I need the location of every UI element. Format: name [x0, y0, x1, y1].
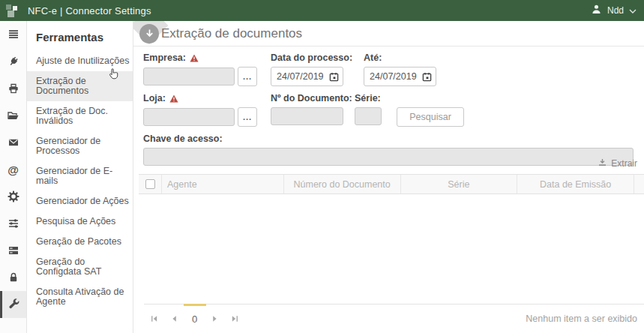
sidebar-item-geracao-configdata-sat[interactable]: Geração do Configdata SAT [27, 252, 133, 282]
prev-page-button[interactable] [164, 304, 184, 333]
num-documento-label: Nº do Documento: [271, 93, 343, 104]
empresa-label: Empresa: [143, 52, 257, 63]
extrair-button[interactable]: Extrair [598, 158, 637, 170]
column-header-serie[interactable]: Série [400, 175, 517, 194]
sidebar: Ferramentas Ajuste de Inutilizações Extr… [27, 21, 133, 333]
empresa-group: Empresa: ... [143, 52, 257, 86]
empresa-browse-button[interactable]: ... [238, 67, 257, 86]
grid-toolbar: Extrair [133, 153, 644, 174]
app-logo-icon [6, 4, 20, 18]
pager-status-text: Nenhum item a ser exibido [526, 314, 644, 324]
loja-input[interactable] [143, 108, 235, 126]
sliders-icon[interactable] [0, 210, 26, 237]
serie-input[interactable] [355, 107, 382, 125]
ate-input[interactable] [370, 71, 419, 82]
sidebar-title: Ferramentas [27, 21, 133, 51]
loja-browse-button[interactable]: ... [238, 107, 257, 127]
plug-icon[interactable] [0, 48, 26, 75]
chave-acesso-label: Chave de acesso: [143, 134, 634, 144]
calendar-icon[interactable] [329, 72, 339, 82]
warning-icon [190, 54, 199, 62]
data-processo-input[interactable] [277, 71, 326, 82]
column-header-agente[interactable]: Agente [161, 175, 283, 194]
num-documento-input[interactable] [271, 107, 343, 125]
num-documento-group: Nº do Documento: [271, 93, 343, 125]
warning-icon [169, 94, 178, 103]
user-name: Ndd [607, 5, 624, 16]
chevron-down-icon [629, 5, 637, 16]
grid-header-row: Agente Número do Documento Série Data de… [139, 175, 644, 194]
server-icon[interactable] [0, 237, 26, 264]
sidebar-item-geracao-pacotes[interactable]: Geração de Pacotes [27, 232, 133, 252]
documents-grid: Agente Número do Documento Série Data de… [139, 174, 644, 333]
menu-icon[interactable] [0, 21, 26, 48]
pesquisar-group: Pesquisar [397, 93, 464, 127]
topbar: NFC-e | Connector Settings Ndd [0, 0, 644, 21]
sidebar-item-extracao-documentos[interactable]: Extração de Documentos [27, 71, 133, 101]
grid-pager: 0 Nenhum item a ser exibido [144, 304, 644, 333]
download-icon [598, 158, 607, 170]
loja-group: Loja: ... [143, 93, 257, 127]
download-document-icon [139, 24, 159, 44]
first-page-button[interactable] [144, 304, 164, 333]
column-header-data-emissao[interactable]: Data de Emissão [517, 175, 634, 194]
page-title: Extração de documentos [161, 26, 302, 41]
ate-group: Até: [364, 52, 436, 86]
wrench-icon[interactable] [0, 291, 26, 318]
current-page-button[interactable]: 0 [184, 304, 205, 333]
app-title: NFC-e | Connector Settings [28, 5, 151, 16]
pesquisar-button[interactable]: Pesquisar [397, 107, 464, 127]
grid-body-empty [139, 194, 644, 304]
user-icon [591, 4, 602, 17]
folder-open-icon[interactable] [0, 102, 26, 129]
main-content: Extração de documentos Empresa: ... [133, 21, 644, 333]
data-processo-datebox [271, 67, 343, 86]
data-processo-group: Data do processo: [271, 52, 352, 86]
serie-label: Série: [355, 93, 382, 104]
ate-label: Até: [364, 52, 436, 63]
search-form: Empresa: ... Data do processo: [133, 46, 644, 153]
page-header: Extração de documentos [133, 21, 644, 46]
printer-icon[interactable] [0, 75, 26, 102]
data-processo-label: Data do processo: [271, 52, 352, 63]
last-page-button[interactable] [225, 304, 245, 333]
empresa-input[interactable] [143, 68, 235, 86]
sidebar-item-extracao-doc-invalidos[interactable]: Extração de Doc. Inválidos [27, 101, 133, 131]
sidebar-item-gerenciador-acoes[interactable]: Gerenciador de Ações [27, 191, 133, 212]
calendar-icon[interactable] [422, 72, 432, 82]
sidebar-item-ajuste-inutilizacoes[interactable]: Ajuste de Inutilizações [27, 51, 133, 71]
column-header-spacer [634, 175, 644, 194]
gear-icon[interactable] [0, 183, 26, 210]
at-sign-icon[interactable]: @ [0, 156, 26, 183]
lock-icon[interactable] [0, 264, 26, 291]
icon-rail: @ [0, 21, 27, 333]
select-all-checkbox[interactable] [145, 179, 155, 189]
mail-icon[interactable] [0, 129, 26, 156]
serie-group: Série: [355, 93, 382, 125]
select-all-cell [139, 175, 161, 194]
sidebar-item-gerenciador-emails[interactable]: Gerenciador de E-mails [27, 161, 133, 191]
ate-datebox [364, 67, 436, 86]
column-header-numero-documento[interactable]: Número do Documento [283, 175, 400, 194]
user-menu[interactable]: Ndd [591, 4, 637, 17]
sidebar-item-gerenciador-processos[interactable]: Gerenciador de Processos [27, 131, 133, 161]
loja-label: Loja: [143, 93, 257, 104]
sidebar-item-consulta-ativacao-agente[interactable]: Consulta Ativação de Agente [27, 282, 133, 312]
next-page-button[interactable] [205, 304, 225, 333]
sidebar-item-pesquisa-acoes[interactable]: Pesquisa de Ações [27, 212, 133, 232]
